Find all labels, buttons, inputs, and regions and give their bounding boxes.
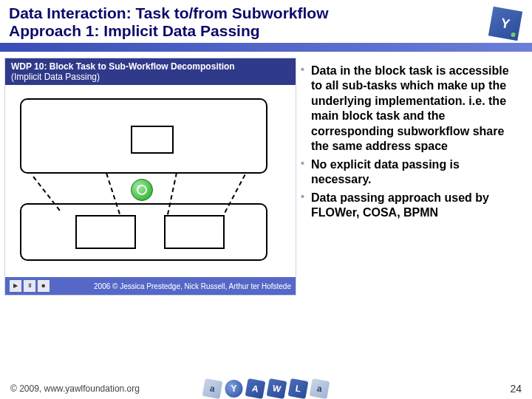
footer-logo-icon: W (267, 378, 287, 399)
footer-logo-icon: Y (225, 380, 243, 398)
decomposition-connector-icon (131, 179, 153, 201)
title-line-1: Data Interaction: Task to/from Subworkfl… (9, 4, 523, 22)
bullet-list: Data in the block task is accessible to … (299, 58, 525, 224)
diagram-title-bar: WDP 10: Block Task to Sub-Workflow Decom… (5, 58, 296, 85)
diagram-credit: 2006 © Jessica Prestedge, Nick Russell, … (94, 282, 291, 290)
footer-logo-icon: a (202, 378, 223, 399)
playback-controls: ▶ ⏸ ■ (10, 280, 50, 292)
slide-footer: © 2009, www.yawlfoundation.org a Y A W L… (0, 383, 532, 395)
subtask-box-2 (164, 215, 225, 249)
bullet-item: Data in the block task is accessible to … (301, 64, 520, 154)
stop-button[interactable]: ■ (38, 280, 50, 292)
logo-letter: Y (499, 16, 511, 33)
header-divider (0, 43, 532, 52)
play-button[interactable]: ▶ (10, 280, 21, 292)
pause-button[interactable]: ⏸ (24, 280, 35, 292)
title-line-2: Approach 1: Implicit Data Passing (9, 22, 523, 40)
footer-logo-icon: a (310, 378, 330, 399)
main-content: WDP 10: Block Task to Sub-Workflow Decom… (0, 52, 532, 296)
footer-logo-icon: L (288, 378, 309, 399)
subtask-box-1 (75, 215, 136, 249)
diagram-panel: WDP 10: Block Task to Sub-Workflow Decom… (4, 58, 296, 296)
footer-logo-icon: A (245, 378, 266, 399)
diagram-canvas (5, 85, 296, 277)
diagram-title-sub: (Implicit Data Passing) (11, 72, 290, 82)
block-task-inner-box (131, 126, 174, 154)
logo-dot-icon (511, 33, 516, 38)
bullet-item: Data passing approach used by FLOWer, CO… (301, 191, 520, 221)
diagram-title-main: WDP 10: Block Task to Sub-Workflow Decom… (11, 61, 290, 72)
copyright-text: © 2009, www.yawlfoundation.org (10, 383, 140, 394)
subworkflow-box (20, 203, 267, 261)
yawl-logo-icon: Y (488, 7, 522, 41)
footer-logo-row: a Y A W L a (204, 380, 329, 398)
slide-header: Data Interaction: Task to/from Subworkfl… (0, 0, 532, 43)
page-number: 24 (510, 383, 522, 395)
diagram-footer: ▶ ⏸ ■ 2006 © Jessica Prestedge, Nick Rus… (5, 277, 296, 295)
bullet-item: No explicit data passing is necessary. (301, 157, 520, 188)
